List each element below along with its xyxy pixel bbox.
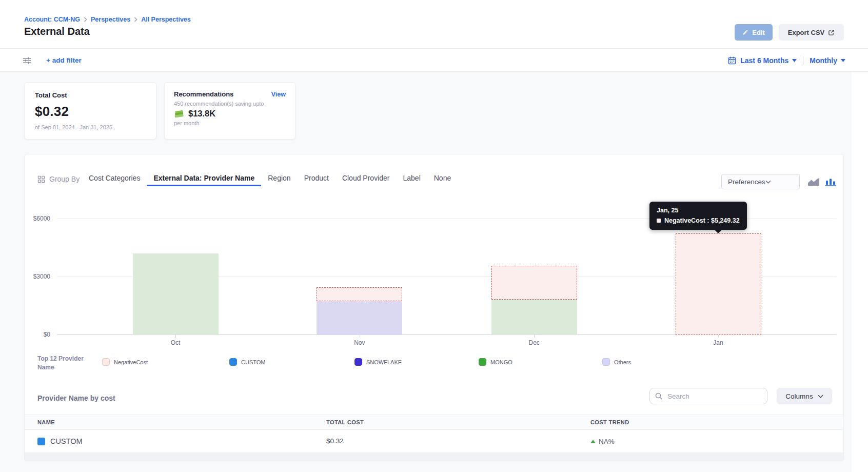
table-search [649, 388, 767, 404]
legend-title: Top 12 Provider Name [37, 355, 84, 372]
legend-label: Others [614, 359, 631, 365]
legend-item-others[interactable]: Others [602, 358, 631, 366]
recommendations-card: Recommendations View 450 recommendation(… [164, 82, 295, 140]
column-header-cost-trend: COST TREND [590, 415, 629, 429]
triangle-up-icon [590, 440, 596, 443]
legend-title-line1: Top 12 Provider [37, 355, 84, 363]
search-input[interactable] [666, 392, 762, 401]
preferences-label: Preferences [728, 178, 765, 186]
granularity-value: Monthly [810, 56, 837, 65]
recommendations-subtitle: 450 recommendation(s) saving upto [174, 101, 286, 107]
group-by-text: Group By [49, 175, 80, 183]
breadcrumb-all-perspectives[interactable]: All Perspectives [141, 16, 191, 23]
header-actions: Edit Export CSV [735, 24, 844, 41]
edit-button-label: Edit [752, 29, 765, 36]
chevron-down-icon [765, 180, 771, 184]
row-provider-name: CUSTOM [50, 437, 83, 445]
page-header: Account: CCM-NG Perspectives All Perspec… [0, 0, 868, 49]
chart-plot-area [57, 201, 837, 335]
preferences-dropdown[interactable]: Preferences [721, 174, 800, 189]
triangle-down-icon [841, 59, 845, 62]
legend-swatch [479, 358, 486, 366]
time-controls: Last 6 Months Monthly [728, 56, 845, 65]
legend-label: MONGO [490, 359, 512, 365]
legend-item-mongo[interactable]: MONGO [479, 358, 512, 366]
columns-button-label: Columns [785, 392, 813, 400]
tab-region[interactable]: Region [261, 166, 297, 186]
bar-segment-negativecost-nov[interactable] [317, 287, 402, 301]
total-cost-period: of Sep 01, 2024 - Jan 31, 2025 [35, 124, 146, 130]
right-gutter [852, 72, 868, 472]
legend-swatch [354, 358, 362, 366]
tab-none[interactable]: None [427, 166, 458, 186]
total-cost-card: Total Cost $0.32 of Sep 01, 2024 - Jan 3… [24, 82, 156, 140]
grid-icon [37, 175, 45, 183]
bar-segment-mongo-oct[interactable] [133, 253, 219, 335]
table-header-row: NAME TOTAL COST COST TREND [25, 415, 843, 430]
gridline-6000 [57, 219, 837, 219]
columns-button[interactable]: Columns [777, 388, 832, 404]
time-range-picker[interactable]: Last 6 Months [740, 56, 797, 65]
legend-label: SNOWFLAKE [366, 359, 402, 365]
tab-cost-categories[interactable]: Cost Categories [82, 166, 147, 186]
column-header-total-cost: TOTAL COST [326, 415, 364, 429]
tooltip-series-swatch [657, 219, 661, 223]
breadcrumb-account[interactable]: Account: CCM-NG [24, 16, 80, 23]
bar-segment-negativecost-dec[interactable] [491, 266, 577, 300]
legend-item-custom[interactable]: CUSTOM [229, 358, 265, 366]
provider-color-swatch [37, 438, 45, 445]
bar-segment-mongo-dec[interactable] [491, 300, 577, 335]
sliders-icon[interactable] [23, 57, 31, 64]
tab-product[interactable]: Product [298, 166, 336, 186]
granularity-picker[interactable]: Monthly [810, 56, 845, 65]
area-chart-icon[interactable] [807, 178, 820, 186]
recommendations-amount: $13.8K [188, 109, 215, 119]
export-csv-button[interactable]: Export CSV [779, 24, 844, 41]
legend-label: CUSTOM [241, 359, 265, 365]
column-chart-icon[interactable] [825, 178, 836, 186]
export-csv-label: Export CSV [788, 29, 825, 36]
chevron-right-icon [84, 17, 87, 22]
table-title: Provider Name by cost [37, 394, 115, 402]
row-total-cost: $0.32 [326, 430, 344, 453]
bar-segment-snowflake-nov[interactable] [317, 301, 402, 335]
x-axis-tick [175, 335, 176, 338]
edit-button[interactable]: Edit [735, 24, 773, 41]
chart-tooltip: Jan, 25 NegativeCost : $5,249.32 [649, 202, 747, 230]
legend-swatch [602, 358, 610, 366]
x-axis-tick [360, 335, 360, 338]
next-row-partial [25, 453, 843, 461]
perspective-chart-card: Group By Cost Categories External Data: … [24, 154, 844, 461]
page-title: External Data [24, 26, 90, 37]
legend-swatch [229, 358, 237, 366]
chart-type-toggle [807, 178, 836, 186]
recommendations-frequency: per month [174, 120, 286, 126]
tooltip-text: NegativeCost : $5,249.32 [664, 217, 740, 224]
legend-swatch [102, 358, 110, 366]
filter-bar: + add filter Last 6 Months Monthly [0, 49, 868, 72]
y-axis-label-6000: $6000 [25, 215, 50, 222]
legend-item-snowflake[interactable]: SNOWFLAKE [354, 358, 402, 366]
breadcrumb-perspectives[interactable]: Perspectives [91, 16, 130, 23]
add-filter-button[interactable]: + add filter [46, 56, 82, 64]
x-axis-label-oct: Oct [155, 339, 196, 346]
page-root: Account: CCM-NG Perspectives All Perspec… [0, 0, 868, 472]
x-axis-label-dec: Dec [514, 339, 555, 346]
legend-item-negativecost[interactable]: NegativeCost [102, 358, 148, 366]
tab-cloud-provider[interactable]: Cloud Provider [336, 166, 397, 186]
breadcrumb: Account: CCM-NG Perspectives All Perspec… [24, 16, 191, 23]
tooltip-title: Jan, 25 [657, 207, 740, 214]
recommendations-view-link[interactable]: View [271, 91, 286, 98]
bar-segment-negativecost-jan[interactable] [676, 233, 761, 335]
x-axis-label-nov: Nov [339, 339, 380, 346]
column-header-name: NAME [37, 415, 55, 429]
y-axis-label-0: $0 [25, 331, 50, 338]
time-range-value: Last 6 Months [740, 56, 788, 65]
tab-external-data-provider-name[interactable]: External Data: Provider Name [147, 166, 261, 186]
table-row[interactable]: CUSTOM $0.32 NA% [25, 430, 843, 453]
legend-label: NegativeCost [114, 359, 148, 365]
row-cost-trend: NA% [599, 438, 615, 445]
tab-label[interactable]: Label [396, 166, 427, 186]
x-axis-label-jan: Jan [698, 339, 739, 346]
calendar-icon [728, 56, 736, 65]
